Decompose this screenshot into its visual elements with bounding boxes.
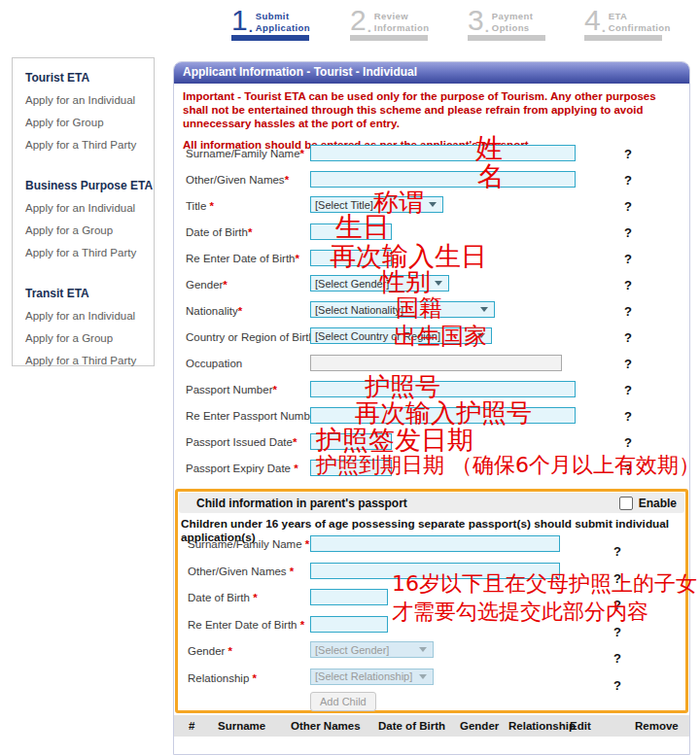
annotation-nationality: 国籍 xyxy=(396,296,442,320)
annotation-child-line2: 才需要勾选提交此部分内容 xyxy=(392,601,648,623)
sidebar-item-business-group[interactable]: Apply for a Group xyxy=(25,219,154,241)
passport-number-input[interactable] xyxy=(310,381,576,397)
applicant-form-panel: Applicant Information - Tourist - Indivi… xyxy=(173,61,690,755)
form-rows: Surname/Family Name* ? 姓 Other/Given Nam… xyxy=(174,141,689,482)
annotation-given-names: 名 xyxy=(477,163,505,190)
annotation-passport-issued: 护照签发日期 xyxy=(316,427,473,453)
step-number: 1 xyxy=(231,8,248,33)
child-re-dob-input[interactable] xyxy=(310,616,388,633)
help-icon[interactable]: ? xyxy=(624,199,632,214)
occupation-input[interactable] xyxy=(310,355,562,371)
help-icon[interactable]: ? xyxy=(624,330,632,345)
annotation-re-passport-number: 再次输入护照号 xyxy=(355,400,532,426)
step-number: 2 xyxy=(350,8,367,33)
panel-title: Applicant Information - Tourist - Indivi… xyxy=(174,62,689,84)
re-dob-label: Re Enter Date of Birth* xyxy=(186,253,299,264)
step-dot: . xyxy=(485,21,489,33)
dob-label: Date of Birth* xyxy=(186,226,252,238)
child-panel-header: Child information in parent's passport E… xyxy=(179,493,684,513)
chevron-down-icon xyxy=(435,281,442,286)
chevron-down-icon xyxy=(429,202,437,207)
birth-country-label: Country or Region of Birth* xyxy=(186,331,319,343)
col-surname: Surname xyxy=(218,720,265,732)
annotation-child-line1: 16岁以下且在父母护照上的子女 xyxy=(392,573,697,595)
progress-steps: 1. SubmitApplication 2. ReviewInformatio… xyxy=(0,8,700,52)
help-icon[interactable]: ? xyxy=(613,651,621,666)
child-relationship-label: Relationship * xyxy=(188,672,257,684)
annotation-birth-country: 出生国家 xyxy=(394,325,487,348)
sidebar-item-transit-individual[interactable]: Apply for an Individual xyxy=(25,304,154,326)
sidebar-section-business-eta: Business Purpose ETA xyxy=(25,179,154,192)
sidebar-item-transit-group[interactable]: Apply for a Group xyxy=(25,326,154,349)
help-icon[interactable]: ? xyxy=(624,225,632,240)
sidebar-section-tourist-eta: Tourist ETA xyxy=(25,71,154,85)
step-label-line2: Confirmation xyxy=(609,22,671,33)
step-label-line2: Options xyxy=(492,22,533,33)
child-given-names-label: Other/Given Names * xyxy=(188,566,294,577)
help-icon[interactable]: ? xyxy=(624,173,632,188)
step-review-information: 2. ReviewInformation xyxy=(350,8,430,41)
step-label-line1: Payment xyxy=(492,11,533,21)
title-label: Title * xyxy=(186,200,214,212)
sidebar-item-tourist-individual[interactable]: Apply for an Individual xyxy=(25,88,154,111)
enable-checkbox[interactable] xyxy=(619,497,633,510)
form-row-nationality: Nationality* [Select Nationality] ? 国籍 xyxy=(174,298,689,325)
child-relationship-select[interactable]: [Select Relationship] xyxy=(310,669,434,685)
col-index: # xyxy=(189,720,194,732)
passport-expiry-label: Passport Expiry Date * xyxy=(186,463,298,474)
help-icon[interactable]: ? xyxy=(613,625,621,639)
step-number: 3 xyxy=(468,8,484,33)
help-icon[interactable]: ? xyxy=(624,252,632,266)
child-surname-input[interactable] xyxy=(310,535,560,552)
annotation-gender: 性别 xyxy=(380,269,431,294)
help-icon[interactable]: ? xyxy=(613,678,621,693)
given-names-label: Other/Given Names* xyxy=(186,174,289,186)
help-icon[interactable]: ? xyxy=(624,304,632,319)
child-surname-label: Surname/Family Name * xyxy=(188,538,309,550)
add-child-button[interactable]: Add Child xyxy=(310,692,376,711)
child-dob-input[interactable] xyxy=(310,589,388,605)
sidebar-item-business-individual[interactable]: Apply for an Individual xyxy=(25,196,154,219)
surname-label: Surname/Family Name* xyxy=(186,148,304,159)
child-re-dob-label: Re Enter Date of Birth * xyxy=(188,619,304,631)
help-icon[interactable]: ? xyxy=(624,409,632,424)
sidebar-item-transit-third-party[interactable]: Apply for a Third Party xyxy=(25,349,154,371)
help-icon[interactable]: ? xyxy=(624,435,632,450)
step-dot: . xyxy=(249,21,253,33)
help-icon[interactable]: ? xyxy=(613,544,621,559)
child-panel-title: Child information in parent's passport xyxy=(179,497,407,510)
chevron-down-icon xyxy=(419,674,427,679)
form-row-given-names: Other/Given Names* ? 名 xyxy=(174,167,689,193)
help-icon[interactable]: ? xyxy=(624,278,632,292)
col-relationship: Relationship xyxy=(508,720,576,732)
child-row-surname: Surname/Family Name * ? xyxy=(178,532,685,559)
passport-issued-label: Passport Issued Date* xyxy=(186,436,297,448)
step-dot: . xyxy=(368,21,371,33)
sidebar-item-tourist-group[interactable]: Apply for Group xyxy=(25,111,154,133)
chevron-down-icon xyxy=(480,307,488,312)
child-dob-label: Date of Birth * xyxy=(188,592,258,603)
help-icon[interactable]: ? xyxy=(624,383,632,397)
given-names-input[interactable] xyxy=(310,171,576,188)
nationality-label: Nationality* xyxy=(186,305,242,317)
step-dot: . xyxy=(602,21,606,33)
surname-input[interactable] xyxy=(310,145,576,161)
sidebar-item-business-third-party[interactable]: Apply for a Third Party xyxy=(25,241,154,263)
eta-application-page: 1. SubmitApplication 2. ReviewInformatio… xyxy=(0,0,700,755)
help-icon[interactable]: ? xyxy=(624,357,632,371)
important-notice: Important - Tourist ETA can be used only… xyxy=(183,90,681,130)
child-information-panel: Child information in parent's passport E… xyxy=(175,489,688,713)
help-icon[interactable]: ? xyxy=(624,147,632,161)
col-gender: Gender xyxy=(460,720,499,732)
passport-number-label: Passport Number* xyxy=(186,384,277,395)
gender-label: Gender* xyxy=(186,279,228,291)
form-row-passport-expiry: Passport Expiry Date * ? 护照到期日期 （确保6个月以上… xyxy=(174,456,689,482)
form-row-passport-issued: Passport Issued Date* ? 护照签发日期 xyxy=(174,429,689,456)
form-row-surname: Surname/Family Name* ? 姓 xyxy=(174,141,689,167)
col-remove: Remove xyxy=(635,720,679,732)
form-row-birth-country: Country or Region of Birth* [Select Coun… xyxy=(174,325,689,351)
children-table-header: # Surname Other Names Date of Birth Gend… xyxy=(174,715,689,737)
annotation-re-dob: 再次输入生日 xyxy=(330,243,487,269)
child-gender-select[interactable]: [Select Gender] xyxy=(310,641,434,658)
sidebar-item-tourist-third-party[interactable]: Apply for a Third Party xyxy=(25,133,154,155)
